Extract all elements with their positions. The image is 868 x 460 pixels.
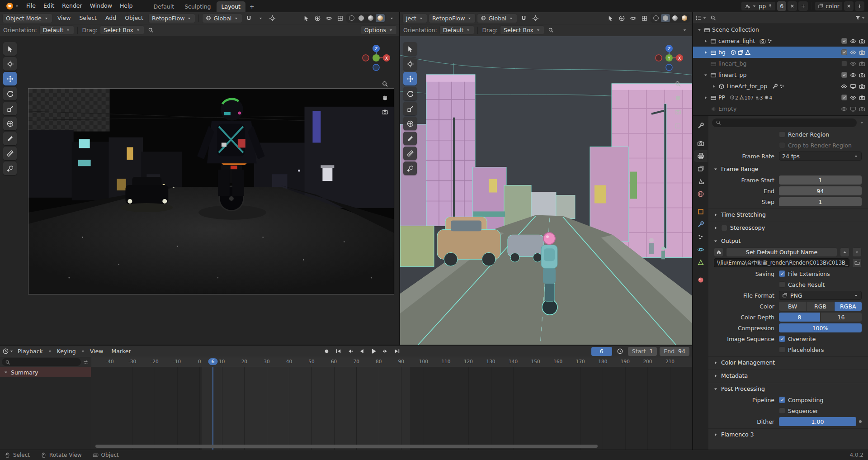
play-reverse-button[interactable] [357, 347, 368, 356]
options-dropdown[interactable]: Options [361, 25, 397, 35]
menu-playback[interactable]: Playback [14, 347, 47, 356]
outliner-item-camera-light[interactable]: camera_light [693, 35, 868, 47]
scene-selector[interactable]: pp [741, 1, 776, 11]
outliner-item-lineart-for-pp[interactable]: LineArt_for_pp [693, 81, 868, 92]
menu-object[interactable]: Object [121, 14, 147, 23]
placeholders-checkbox[interactable] [779, 346, 785, 353]
shading-solid-button[interactable] [357, 14, 366, 22]
viewport-left[interactable]: Object Mode View Select Add Object Retop… [0, 12, 400, 345]
frame-end-field[interactable]: End94 [660, 347, 689, 356]
collection-checkbox[interactable] [841, 72, 847, 78]
frame-end-field[interactable]: 94 [779, 186, 862, 195]
add-workspace-button[interactable]: + [246, 1, 258, 12]
shading-material-button[interactable] [366, 14, 375, 22]
menu-help[interactable]: Help [116, 1, 137, 10]
menu-select[interactable]: Select [75, 14, 100, 23]
properties-search-input[interactable] [712, 119, 857, 127]
viewport-right-canvas[interactable]: Z X Y [400, 36, 692, 345]
output-section-header[interactable]: Output [708, 235, 868, 247]
output-name-up-button[interactable] [840, 247, 849, 257]
transform-orientation-dropdown[interactable]: Global [477, 14, 517, 23]
show-object-types-dropdown[interactable] [301, 14, 311, 23]
search-icon[interactable] [146, 25, 156, 35]
tool-select-box[interactable] [3, 42, 17, 56]
shading-rendered-button[interactable] [680, 14, 689, 22]
camera-view-button[interactable] [380, 107, 390, 117]
perspective-toggle-button[interactable] [673, 121, 683, 131]
outliner-search-button[interactable] [708, 13, 718, 23]
use-preview-range-button[interactable] [615, 346, 625, 356]
menu-window[interactable]: Window [86, 1, 116, 10]
xray-toggle[interactable] [639, 14, 650, 23]
retopoflow-menu[interactable]: RetopoFlow [429, 14, 476, 23]
menu-add[interactable]: Add [102, 14, 120, 23]
tool-measure[interactable] [3, 147, 17, 160]
animate-property-dot[interactable] [859, 420, 862, 423]
outliner-item-lineart-pp[interactable]: lineart_pp [693, 69, 868, 81]
gizmos-toggle[interactable] [312, 14, 323, 23]
overlays-toggle[interactable] [628, 14, 638, 23]
hide-eye-toggle[interactable] [850, 49, 856, 56]
hide-eye-toggle[interactable] [850, 72, 856, 78]
disable-in-viewport-toggle[interactable] [850, 83, 856, 90]
tool-rotate[interactable] [403, 87, 417, 100]
hide-eye-toggle[interactable] [850, 38, 856, 44]
compression-slider[interactable]: 100% [779, 323, 862, 332]
home-output-button[interactable] [714, 247, 723, 257]
frame-step-field[interactable]: 1 [779, 197, 862, 206]
collection-checkbox[interactable] [841, 61, 847, 66]
tool-transform[interactable] [403, 117, 417, 130]
output-path-field[interactable]: \\liu\Emma\台中動畫_render\Render\C013B\C013… [714, 258, 849, 267]
new-scene-button[interactable] [798, 1, 808, 11]
stereoscopy-checkbox[interactable] [721, 225, 727, 231]
outliner-item-bg[interactable]: bg [693, 47, 868, 58]
camera-view-button[interactable] [673, 107, 683, 117]
cache-result-checkbox[interactable] [779, 281, 785, 288]
stereoscopy-section-header[interactable]: Stereoscopy [708, 222, 868, 233]
retopoflow-menu[interactable]: RetopoFlow [148, 14, 195, 23]
outliner-item-empty[interactable]: Empty [693, 103, 868, 114]
tab-render[interactable] [694, 138, 708, 149]
new-view-layer-button[interactable] [855, 1, 864, 11]
shading-solid-button[interactable] [661, 14, 670, 22]
tab-output[interactable] [694, 150, 708, 162]
tab-scene[interactable] [694, 175, 708, 187]
tab-modifiers[interactable] [694, 218, 708, 230]
post-processing-section-header[interactable]: Post Processing [708, 383, 868, 394]
tool-orientation-dropdown[interactable]: Default [39, 25, 75, 35]
menu-keying[interactable]: Keying [53, 347, 80, 356]
overlays-toggle[interactable] [324, 14, 334, 23]
swap-icon[interactable] [83, 359, 89, 365]
timeline-tracks-area[interactable]: Summary [0, 367, 692, 450]
tool-transform[interactable] [3, 117, 17, 130]
compositing-checkbox[interactable] [779, 397, 785, 403]
depth-16-button[interactable]: 16 [821, 313, 862, 322]
tab-physics[interactable] [694, 244, 708, 256]
dither-slider[interactable]: 1.00 [779, 417, 856, 426]
summary-channel[interactable]: Summary [0, 367, 91, 377]
tab-view-layer[interactable] [694, 163, 708, 175]
channel-search-input[interactable] [2, 358, 81, 366]
collection-checkbox[interactable] [841, 49, 847, 55]
view-layer-selector[interactable]: color [815, 1, 843, 11]
horizontal-scrollbar[interactable] [95, 445, 598, 448]
remove-view-layer-button[interactable] [844, 1, 854, 11]
outliner-item-pp[interactable]: PP 2 107 3 4 [693, 92, 868, 103]
frame-start-field[interactable]: Start1 [628, 347, 657, 356]
color-management-section-header[interactable]: Color Management [708, 356, 868, 368]
tool-scale[interactable] [3, 102, 17, 115]
previous-keyframe-button[interactable] [345, 347, 356, 356]
shading-settings-dropdown[interactable] [387, 14, 397, 23]
outliner-filter-button[interactable] [855, 13, 865, 23]
collection-checkbox[interactable] [841, 38, 847, 44]
shading-wireframe-button[interactable] [347, 14, 356, 22]
tool-cursor[interactable] [403, 57, 417, 71]
snap-settings-dropdown[interactable] [255, 14, 266, 23]
depth-8-button[interactable]: 8 [779, 313, 821, 322]
frame-rate-dropdown[interactable]: 24 fps [779, 152, 862, 161]
tool-scale[interactable] [403, 102, 417, 115]
disable-in-render-toggle[interactable] [859, 83, 865, 90]
flamenco-section-header[interactable]: Flamenco 3 [708, 428, 868, 440]
disable-in-render-toggle[interactable] [859, 72, 865, 78]
viewport-left-canvas[interactable]: Z X [0, 36, 399, 345]
